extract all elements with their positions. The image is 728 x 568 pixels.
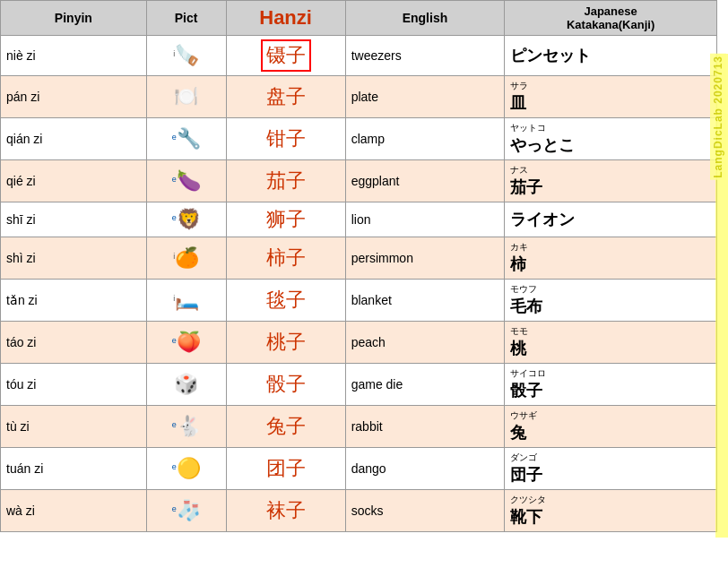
cell-japanese: ナス茄子 (505, 160, 717, 202)
cell-pinyin: wà zi (1, 490, 147, 532)
cell-pinyin: tóu zi (1, 364, 147, 406)
cell-japanese: ダンゴ団子 (505, 448, 717, 490)
cell-hanzi: 骰子 (226, 364, 345, 406)
cell-hanzi: 钳子 (226, 118, 345, 160)
cell-hanzi: 狮子 (226, 202, 345, 237)
cell-pict: e🍑 (146, 322, 226, 364)
header-english: English (345, 1, 505, 36)
cell-hanzi: 兔子 (226, 406, 345, 448)
table-row: tóu zi🎲骰子game dieサイコロ骰子 (1, 364, 717, 406)
cell-japanese: ピンセット (505, 36, 717, 76)
cell-english: clamp (345, 118, 505, 160)
cell-pict: e🟡 (146, 448, 226, 490)
header-japanese: Japanese Katakana(Kanji) (505, 1, 717, 36)
header-pict: Pict (146, 1, 226, 36)
cell-hanzi: 镊子 (226, 36, 345, 76)
watermark: LangDicLab 2020713 (710, 54, 726, 180)
cell-pinyin: qián zi (1, 118, 147, 160)
cell-pinyin: qié zi (1, 160, 147, 202)
table-row: qián zie🔧钳子clampヤットコやっとこ (1, 118, 717, 160)
cell-pict: e🐇 (146, 406, 226, 448)
cell-japanese: モウフ毛布 (505, 280, 717, 322)
table-row: niè zii🪚镊子tweezersピンセット (1, 36, 717, 76)
table-row: shī zie🦁狮子lionライオン (1, 202, 717, 237)
cell-japanese: サラ皿 (505, 76, 717, 118)
table-header-row: Pinyin Pict Hanzi English Japanese Katak… (1, 1, 717, 36)
cell-japanese: モモ桃 (505, 322, 717, 364)
cell-english: blanket (345, 280, 505, 322)
cell-japanese: ライオン (505, 202, 717, 237)
cell-english: tweezers (345, 36, 505, 76)
cell-english: eggplant (345, 160, 505, 202)
cell-japanese: カキ柿 (505, 237, 717, 280)
table-row: shì zii🍊柿子persimmonカキ柿 (1, 237, 717, 280)
cell-hanzi: 桃子 (226, 322, 345, 364)
cell-pinyin: tǎn zi (1, 280, 147, 322)
table-row: wà zie🧦袜子socksクツシタ靴下 (1, 490, 717, 532)
cell-english: lion (345, 202, 505, 237)
cell-japanese: クツシタ靴下 (505, 490, 717, 532)
cell-english: plate (345, 76, 505, 118)
cell-hanzi: 毯子 (226, 280, 345, 322)
cell-pict: e🍆 (146, 160, 226, 202)
cell-english: socks (345, 490, 505, 532)
cell-hanzi: 茄子 (226, 160, 345, 202)
cell-pict: e🦁 (146, 202, 226, 237)
cell-hanzi: 袜子 (226, 490, 345, 532)
table-row: táo zie🍑桃子peachモモ桃 (1, 322, 717, 364)
table-row: tuán zie🟡团子dangoダンゴ団子 (1, 448, 717, 490)
cell-pict: i🪚 (146, 36, 226, 76)
cell-pinyin: tuán zi (1, 448, 147, 490)
cell-english: game die (345, 364, 505, 406)
cell-pinyin: pán zi (1, 76, 147, 118)
cell-pinyin: niè zi (1, 36, 147, 76)
cell-hanzi: 柿子 (226, 237, 345, 280)
cell-japanese: ヤットコやっとこ (505, 118, 717, 160)
header-pinyin: Pinyin (1, 1, 147, 36)
header-hanzi: Hanzi (226, 1, 345, 36)
cell-pict: e🧦 (146, 490, 226, 532)
cell-japanese: サイコロ骰子 (505, 364, 717, 406)
table-row: qié zie🍆茄子eggplantナス茄子 (1, 160, 717, 202)
table-row: tǎn zii🛏️毯子blanketモウフ毛布 (1, 280, 717, 322)
cell-japanese: ウサギ兔 (505, 406, 717, 448)
cell-pict: e🔧 (146, 118, 226, 160)
cell-pict: 🍽️ (146, 76, 226, 118)
cell-english: persimmon (345, 237, 505, 280)
cell-english: rabbit (345, 406, 505, 448)
cell-hanzi: 团子 (226, 448, 345, 490)
cell-pinyin: táo zi (1, 322, 147, 364)
cell-english: peach (345, 322, 505, 364)
vocabulary-table: Pinyin Pict Hanzi English Japanese Katak… (0, 0, 717, 532)
cell-pict: i🛏️ (146, 280, 226, 322)
cell-hanzi: 盘子 (226, 76, 345, 118)
cell-pinyin: shì zi (1, 237, 147, 280)
cell-pict: i🍊 (146, 237, 226, 280)
table-row: pán zi🍽️盘子plateサラ皿 (1, 76, 717, 118)
cell-pict: 🎲 (146, 364, 226, 406)
cell-pinyin: tù zi (1, 406, 147, 448)
table-row: tù zie🐇兔子rabbitウサギ兔 (1, 406, 717, 448)
cell-pinyin: shī zi (1, 202, 147, 237)
cell-english: dango (345, 448, 505, 490)
